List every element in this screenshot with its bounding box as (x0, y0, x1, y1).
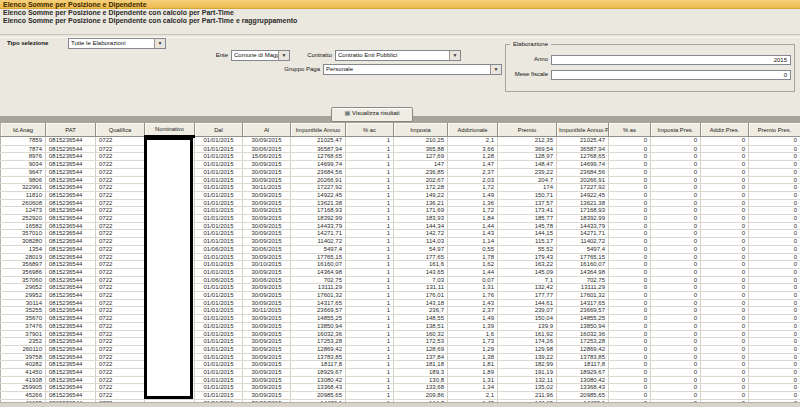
cell: 236,85 (394, 168, 448, 176)
column-header-6[interactable]: Imponibile Annuo (291, 123, 346, 137)
table-row[interactable]: 2599050815236544072201/01/201530/09/2015… (1, 384, 800, 392)
column-header-2[interactable]: Qualifica (96, 123, 145, 137)
visualizza-risultati-button[interactable]: ▦Visualizza risultati (331, 107, 413, 122)
table-row[interactable]: 374760815236544072201/01/201530/09/20151… (1, 322, 800, 330)
table-row[interactable]: 296520815236544072201/01/201530/09/20151… (1, 284, 800, 292)
cell: 1 (346, 199, 394, 207)
chevron-down-icon[interactable]: ▼ (449, 51, 460, 60)
report-item-parttime[interactable]: Elenco Somme per Posizione e Dipendente … (3, 9, 703, 17)
column-header-0[interactable]: Id.Anag (1, 123, 46, 137)
tipo-selezione-combo[interactable]: Tutte le Elaborazioni ▼ (68, 38, 166, 49)
cell: 0 (609, 353, 651, 361)
column-header-11[interactable]: Imponibile Annuo P... (557, 123, 609, 137)
column-header-10[interactable]: Premio (498, 123, 557, 137)
table-row[interactable]: 89760815236544072201/01/201515/06/201512… (1, 153, 800, 161)
cell: 14699,74 (557, 161, 609, 169)
cell: 11810 (1, 191, 46, 199)
table-row[interactable]: 124730815236544072201/01/201530/09/20151… (1, 207, 800, 215)
table-row[interactable]: 23520815236544072201/01/201530/09/201517… (1, 338, 800, 346)
table-row[interactable]: 3570600815236544072201/06/201530/06/2015… (1, 276, 800, 284)
table-row[interactable]: 3570100815236544072201/01/201530/09/2015… (1, 230, 800, 238)
cell: 11402,72 (557, 238, 609, 246)
table-row[interactable]: 3569860815236544072201/01/201530/09/2015… (1, 268, 800, 276)
table-row[interactable]: 299520815236544072201/01/201530/09/20151… (1, 292, 800, 300)
table-row[interactable]: 452660815236544072201/01/201530/09/20152… (1, 392, 800, 400)
table-row[interactable]: 118100815236544072201/01/201530/09/20151… (1, 191, 800, 199)
cell: 0 (701, 245, 749, 253)
cell: 7874 (1, 145, 46, 153)
cell: 0815236544 (46, 345, 96, 353)
cell: 41450 (1, 369, 46, 377)
cell: 16160,07 (291, 261, 346, 269)
cell: 18117,8 (291, 361, 346, 369)
table-row[interactable]: 90340815236544072201/01/201530/09/201514… (1, 161, 800, 169)
table-row[interactable]: 78740815236544072201/01/201530/06/201536… (1, 145, 800, 153)
column-header-12[interactable]: % as (609, 123, 651, 137)
column-header-5[interactable]: Al (243, 123, 291, 137)
anno-input[interactable]: 2015 (551, 55, 791, 65)
cell: 0 (701, 137, 749, 146)
table-row[interactable]: 98060815236544072201/01/201530/09/201520… (1, 176, 800, 184)
column-header-14[interactable]: Addiz.Pres. (701, 123, 749, 137)
cell: 1 (346, 315, 394, 323)
column-header-9[interactable]: Addizionale (448, 123, 498, 137)
table-row[interactable]: 356700815236544072201/01/201530/09/20151… (1, 315, 800, 323)
table-row[interactable]: 3568970815236544072201/01/201530/10/2015… (1, 261, 800, 269)
cell: 702,75 (557, 276, 609, 284)
column-header-8[interactable]: Imposta (394, 123, 448, 137)
table-row[interactable]: 96470815236544072201/01/201530/09/201523… (1, 168, 800, 176)
table-row[interactable]: 301140815236544072201/01/201530/09/20151… (1, 299, 800, 307)
cell: 0 (609, 176, 651, 184)
table-row[interactable]: 280190815236544072201/01/201530/09/20151… (1, 253, 800, 261)
cell: 30/09/2015 (243, 230, 291, 238)
ente-combo[interactable]: Comune di Maggioli ▼ (231, 50, 290, 61)
table-row[interactable]: 3082800815236544072201/01/201530/09/2015… (1, 238, 800, 246)
mese-fiscale-input[interactable]: 0 (551, 70, 791, 80)
chevron-down-icon[interactable]: ▼ (278, 51, 289, 60)
cell: 0 (749, 145, 800, 153)
horizontal-scrollbar[interactable] (0, 402, 800, 407)
cell: 0 (701, 392, 749, 400)
report-item-selected[interactable]: Elenco Somme per Posizione e Dipendente (0, 0, 800, 9)
table-row[interactable]: 2606080815236544072201/01/201530/09/2015… (1, 199, 800, 207)
report-item-parttime-raggruppamento[interactable]: Elenco Somme per Posizione e Dipendente … (3, 17, 703, 25)
cell: 0 (701, 299, 749, 307)
cell: 1 (346, 207, 394, 215)
cell: 176,01 (394, 292, 448, 300)
cell: 20266,91 (557, 176, 609, 184)
table-row[interactable]: 397580815236544072201/01/201530/09/20151… (1, 353, 800, 361)
column-header-3[interactable]: Nominativo (145, 123, 195, 137)
cell: 01/01/2015 (195, 369, 243, 377)
table-row[interactable]: 419380815236544072201/01/201530/09/20151… (1, 376, 800, 384)
table-row[interactable]: 2601100815236544072201/01/201530/09/2015… (1, 345, 800, 353)
column-header-7[interactable]: % ac (346, 123, 394, 137)
column-header-4[interactable]: Dal (195, 123, 243, 137)
table-row[interactable]: 78590815236544072201/01/201530/09/201521… (1, 137, 800, 146)
tipo-selezione-value: Tutte le Elaborazioni (71, 39, 154, 48)
table-row[interactable]: 3229910815236544072201/01/201530/11/2015… (1, 184, 800, 192)
cell: 0 (749, 292, 800, 300)
table-row[interactable]: 402820815236544072201/01/201530/09/20151… (1, 361, 800, 369)
table-row[interactable]: 414500815236544072201/01/201530/09/20151… (1, 369, 800, 377)
table-row[interactable]: 2529200815236544072201/01/201530/09/2015… (1, 215, 800, 223)
cell: 1 (346, 392, 394, 400)
table-row[interactable]: 165820815236544072201/01/201530/09/20151… (1, 222, 800, 230)
cell: 14922,45 (557, 191, 609, 199)
column-header-1[interactable]: PAT (46, 123, 96, 137)
column-header-13[interactable]: Imposta Pres. (651, 123, 701, 137)
cell: 0 (651, 199, 701, 207)
contratto-combo[interactable]: Contratto Enti Pubblici ▼ (335, 50, 461, 61)
table-row[interactable]: 379010815236544072201/01/201530/09/20151… (1, 330, 800, 338)
cell: 0 (701, 230, 749, 238)
table-row[interactable]: 13540815236544072201/06/201530/06/201554… (1, 245, 800, 253)
cell: 30/09/2015 (243, 361, 291, 369)
cell: 0 (609, 207, 651, 215)
cell: 0815236544 (46, 168, 96, 176)
table-row[interactable]: 352550815236544072201/01/201530/11/20152… (1, 307, 800, 315)
cell: 01/01/2015 (195, 253, 243, 261)
cell: 0 (701, 199, 749, 207)
cell: 13368,43 (291, 384, 346, 392)
column-header-15[interactable]: Premio Pres. (749, 123, 800, 137)
chevron-down-icon[interactable]: ▼ (154, 39, 165, 48)
cell: 0 (701, 361, 749, 369)
